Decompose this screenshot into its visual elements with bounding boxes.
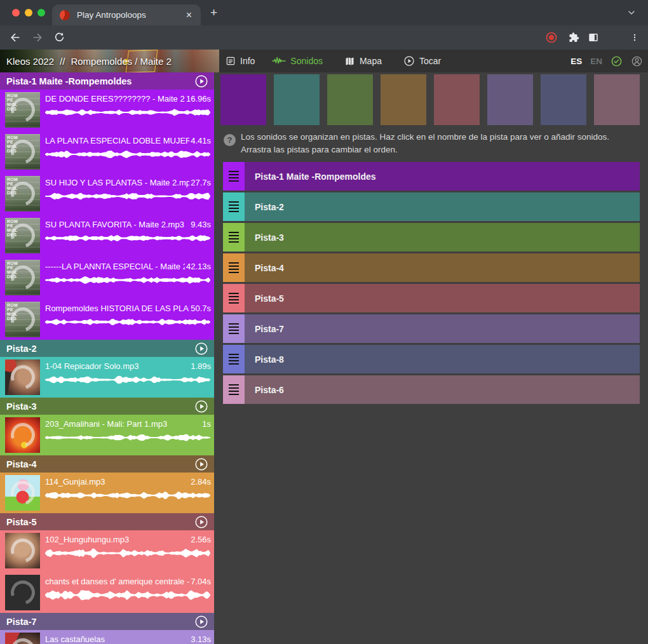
- play-track-button[interactable]: [194, 515, 208, 529]
- clip-title: LA PLANTA ESPECIAL DOBLE MUJER - Mai...: [45, 136, 189, 145]
- track-row[interactable]: Pista-2: [223, 192, 640, 221]
- tab-sonidos[interactable]: Sonidos: [272, 50, 323, 72]
- check-circle-icon[interactable]: [611, 55, 623, 67]
- drag-handle-icon[interactable]: [223, 314, 245, 343]
- clip[interactable]: ROM PE MOL DESRompemoldes HISTORIA DE LA…: [0, 302, 214, 337]
- forward-button[interactable]: [31, 31, 44, 44]
- drag-handle-bar: [229, 180, 239, 182]
- language-en[interactable]: EN: [590, 57, 602, 66]
- track-row-body[interactable]: Pista-1 Maite -Rompemoldes: [245, 162, 640, 191]
- play-track-button[interactable]: [194, 457, 208, 471]
- drag-handle-icon[interactable]: [223, 284, 245, 312]
- tab-close-icon[interactable]: ×: [185, 10, 193, 20]
- track-color-block-7[interactable]: [541, 74, 586, 125]
- sidebar-track-header[interactable]: Pista-1 Maite -Rompemoldes: [0, 72, 214, 90]
- language-es[interactable]: ES: [570, 57, 582, 66]
- track-row[interactable]: Pista-7: [223, 314, 640, 343]
- track-color-block-1[interactable]: [220, 74, 266, 125]
- tab-mapa[interactable]: Mapa: [344, 50, 382, 72]
- drag-handle-icon[interactable]: [223, 162, 245, 191]
- clip-list: 102_Hunguhungu.mp32.56schants et danses …: [0, 530, 214, 613]
- browser-tab[interactable]: Play Antropoloops ×: [52, 4, 201, 25]
- new-tab-button[interactable]: +: [210, 6, 217, 20]
- drag-handle-bar: [229, 211, 239, 213]
- track-row[interactable]: Pista-5: [223, 284, 640, 312]
- sidebar-track-name[interactable]: Pista-7: [6, 617, 194, 627]
- drag-handle-bar: [229, 238, 239, 240]
- drag-handle-bar: [229, 394, 239, 396]
- track-row-body[interactable]: Pista-5: [245, 284, 640, 312]
- clip[interactable]: Las castañuelas3.13s: [0, 633, 214, 644]
- track-row[interactable]: Pista-8: [223, 345, 640, 373]
- clip[interactable]: ROM PE MOL DESDE DONDE ERES???????? - Ma…: [0, 92, 214, 128]
- clip[interactable]: 102_Hunguhungu.mp32.56s: [0, 533, 214, 568]
- extensions-puzzle-icon[interactable]: [569, 32, 579, 43]
- track-row-body[interactable]: Pista-4: [245, 253, 640, 282]
- tab-tocar[interactable]: Tocar: [403, 50, 441, 72]
- drag-handle-icon[interactable]: [223, 192, 245, 221]
- track-row-body[interactable]: Pista-2: [245, 192, 640, 221]
- sidebar-track-header[interactable]: Pista-2: [0, 340, 214, 357]
- tab-mapa-label: Mapa: [360, 50, 382, 72]
- track-color-block-5[interactable]: [434, 74, 480, 125]
- drag-handle-icon[interactable]: [223, 375, 245, 404]
- play-track-button[interactable]: [194, 399, 208, 413]
- track-row-body[interactable]: Pista-3: [245, 223, 640, 252]
- drag-handle-bar: [229, 354, 239, 356]
- sidebar-track-name[interactable]: Pista-1 Maite -Rompemoldes: [6, 76, 194, 86]
- macos-zoom-button[interactable]: [37, 9, 45, 17]
- sidebar-track-name[interactable]: Pista-5: [6, 517, 194, 527]
- sidebar-track-header[interactable]: Pista-5: [0, 513, 214, 530]
- sidebar-track-list: Pista-1 Maite -RompemoldesROM PE MOL DES…: [0, 72, 214, 644]
- tab-search-chevron-icon[interactable]: [626, 8, 637, 18]
- track-color-block-4[interactable]: [381, 74, 426, 125]
- track-row[interactable]: Pista-6: [223, 375, 640, 404]
- clip[interactable]: 203_Amalihani - Mali: Part 1.mp31s: [0, 417, 214, 453]
- back-button[interactable]: [9, 31, 22, 44]
- tab-info-label: Info: [240, 50, 255, 72]
- drag-handle-bar: [229, 387, 239, 389]
- sidebar-track-header[interactable]: Pista-4: [0, 455, 214, 473]
- clip-thumbnail: [5, 533, 40, 568]
- sidebar-track-header[interactable]: Pista-7: [0, 613, 214, 630]
- track-row[interactable]: Pista-4: [223, 253, 640, 282]
- play-track-button[interactable]: [194, 74, 208, 88]
- play-track-button[interactable]: [194, 342, 208, 356]
- track-row-body[interactable]: Pista-8: [245, 345, 640, 373]
- track-row-body[interactable]: Pista-6: [245, 375, 640, 404]
- drag-handle-icon[interactable]: [223, 253, 245, 282]
- drag-handle-icon[interactable]: [223, 223, 245, 252]
- clip-title: chants et danses d' amerique centrale - …: [45, 577, 189, 586]
- track-color-block-2[interactable]: [274, 74, 320, 125]
- clip[interactable]: ROM PE MOL DESSU HIJO Y LAS PLANTAS - Ma…: [0, 176, 214, 211]
- track-color-block-8[interactable]: [594, 74, 640, 125]
- record-indicator-icon[interactable]: [545, 31, 558, 44]
- play-track-button[interactable]: [194, 615, 208, 629]
- sidebar-track-name[interactable]: Pista-4: [6, 459, 194, 469]
- clip[interactable]: 1-04 Repicador Solo.mp31.89s: [0, 359, 214, 395]
- clip-duration: 1.89s: [191, 361, 211, 371]
- clip[interactable]: ROM PE MOL DES------LA PLANNTA ESPECIAL …: [0, 260, 214, 295]
- clip[interactable]: chants et danses d' amerique centrale - …: [0, 575, 214, 610]
- clip[interactable]: ROM PE MOL DESSU PLANTA FAVORITA - Maite…: [0, 218, 214, 253]
- browser-menu-kebab-icon[interactable]: [630, 32, 639, 43]
- clip[interactable]: ROM PE MOL DESLA PLANTA ESPECIAL DOBLE M…: [0, 134, 214, 170]
- track-color-block-3[interactable]: [327, 74, 373, 125]
- drag-handle-icon[interactable]: [223, 345, 245, 373]
- breadcrumb-project[interactable]: Kleos 2022: [6, 56, 54, 67]
- reload-button[interactable]: [53, 32, 65, 44]
- sidebar-track-name[interactable]: Pista-2: [6, 344, 194, 354]
- tab-info[interactable]: Info: [226, 50, 255, 72]
- clip[interactable]: 114_Gunjai.mp32.84s: [0, 475, 214, 511]
- account-person-icon[interactable]: [631, 55, 643, 67]
- clip-waveform: [45, 274, 211, 286]
- sidebar-track-header[interactable]: Pista-3: [0, 398, 214, 415]
- macos-minimize-button[interactable]: [25, 9, 32, 17]
- macos-close-button[interactable]: [12, 9, 20, 17]
- sidebar-track-name[interactable]: Pista-3: [6, 401, 194, 412]
- track-row[interactable]: Pista-3: [223, 223, 640, 252]
- track-row-body[interactable]: Pista-7: [245, 314, 640, 343]
- track-row[interactable]: Pista-1 Maite -Rompemoldes: [223, 162, 640, 191]
- track-color-block-6[interactable]: [487, 74, 533, 125]
- side-panel-icon[interactable]: [588, 32, 599, 43]
